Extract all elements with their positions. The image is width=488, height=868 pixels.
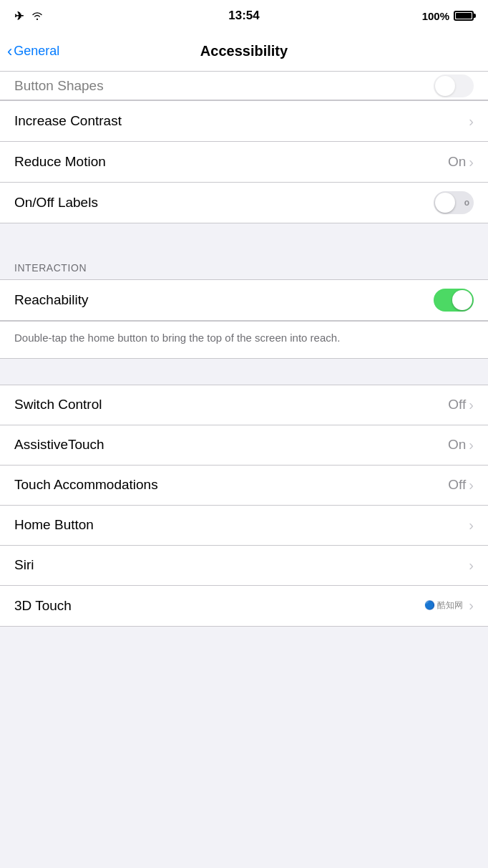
increase-contrast-right: › (469, 113, 474, 130)
siri-chevron-icon: › (469, 557, 474, 574)
reduce-motion-value: On (448, 154, 466, 170)
reachability-toggle-knob (452, 290, 472, 310)
increase-contrast-label: Increase Contrast (14, 113, 122, 129)
page-title: Accessibility (200, 43, 288, 59)
wifi-icon (31, 11, 44, 21)
home-button-right: › (469, 517, 474, 534)
status-right: 100% (422, 10, 474, 22)
battery-percentage: 100% (422, 10, 449, 22)
reachability-toggle[interactable] (434, 289, 474, 312)
back-chevron-icon: ‹ (7, 44, 12, 59)
list-item-switch-control[interactable]: Switch Control Off › (0, 385, 488, 425)
status-left-icons: ✈ (14, 9, 44, 23)
reachability-label: Reachability (14, 292, 89, 308)
list-item-button-shapes[interactable]: Button Shapes (0, 72, 488, 100)
list-item-3d-touch[interactable]: 3D Touch 🔵 酷知网 › (0, 586, 488, 626)
reduce-motion-chevron-icon: › (469, 154, 474, 170)
status-time: 13:54 (228, 9, 259, 23)
bottom-group: Switch Control Off › AssistiveTouch On ›… (0, 385, 488, 627)
list-item-touch-accommodations[interactable]: Touch Accommodations Off › (0, 466, 488, 506)
list-item-siri[interactable]: Siri › (0, 546, 488, 586)
assistive-touch-label: AssistiveTouch (14, 437, 104, 453)
touch-accommodations-label: Touch Accommodations (14, 477, 158, 493)
button-shapes-toggle[interactable] (434, 74, 474, 97)
list-item-reachability[interactable]: Reachability (0, 280, 488, 320)
list-item-increase-contrast[interactable]: Increase Contrast › (0, 101, 488, 141)
list-item-home-button[interactable]: Home Button › (0, 506, 488, 546)
interaction-header: INTERACTION (0, 249, 488, 279)
gap-1 (0, 223, 488, 249)
list-item-on-off-labels[interactable]: On/Off Labels o (0, 183, 488, 223)
on-off-labels-right: o (434, 191, 474, 214)
back-button[interactable]: ‹ General (7, 44, 59, 59)
gap-2 (0, 359, 488, 385)
reduce-motion-right: On › (448, 154, 474, 170)
3d-touch-chevron-icon: › (469, 597, 474, 614)
switch-control-value: Off (448, 397, 466, 413)
top-group-partial: Button Shapes (0, 72, 488, 101)
reduce-motion-group: Reduce Motion On › (0, 142, 488, 183)
switch-control-label: Switch Control (14, 397, 102, 413)
assistive-touch-right: On › (448, 437, 474, 453)
switch-control-right: Off › (448, 397, 474, 413)
touch-accommodations-value: Off (448, 477, 466, 493)
increase-contrast-chevron-icon: › (469, 113, 474, 130)
3d-touch-right: 🔵 酷知网 › (424, 597, 474, 614)
siri-label: Siri (14, 557, 34, 573)
on-off-labels-toggle[interactable]: o (434, 191, 474, 214)
contrast-group: Increase Contrast › (0, 101, 488, 142)
touch-accommodations-chevron-icon: › (469, 477, 474, 493)
3d-touch-label: 3D Touch (14, 598, 72, 614)
switch-control-chevron-icon: › (469, 397, 474, 413)
touch-accommodations-right: Off › (448, 477, 474, 493)
reachability-description-cell: Double-tap the home button to bring the … (0, 321, 488, 359)
interaction-group: Reachability (0, 279, 488, 321)
button-shapes-label: Button Shapes (14, 78, 104, 94)
assistive-touch-chevron-icon: › (469, 437, 474, 453)
assistive-touch-value: On (448, 437, 466, 453)
watermark-badge: 🔵 酷知网 (424, 599, 463, 612)
home-button-label: Home Button (14, 517, 94, 533)
nav-bar: ‹ General Accessibility (0, 32, 488, 72)
on-off-labels-knob (435, 193, 455, 213)
button-shapes-toggle-knob (435, 76, 455, 96)
airplane-icon: ✈ (14, 9, 24, 23)
toggle-o-label: o (464, 198, 469, 208)
status-bar: ✈ 13:54 100% (0, 0, 488, 32)
home-button-chevron-icon: › (469, 517, 474, 534)
back-label[interactable]: General (14, 44, 59, 59)
reachability-description: Double-tap the home button to bring the … (14, 332, 340, 344)
reachability-right (434, 289, 474, 312)
on-off-labels-group: On/Off Labels o (0, 183, 488, 223)
on-off-labels-label: On/Off Labels (14, 195, 98, 211)
battery-icon (454, 11, 474, 21)
interaction-section: INTERACTION Reachability Double-tap the … (0, 249, 488, 359)
list-item-assistive-touch[interactable]: AssistiveTouch On › (0, 425, 488, 466)
siri-right: › (469, 557, 474, 574)
reduce-motion-label: Reduce Motion (14, 154, 106, 170)
list-item-reduce-motion[interactable]: Reduce Motion On › (0, 142, 488, 182)
